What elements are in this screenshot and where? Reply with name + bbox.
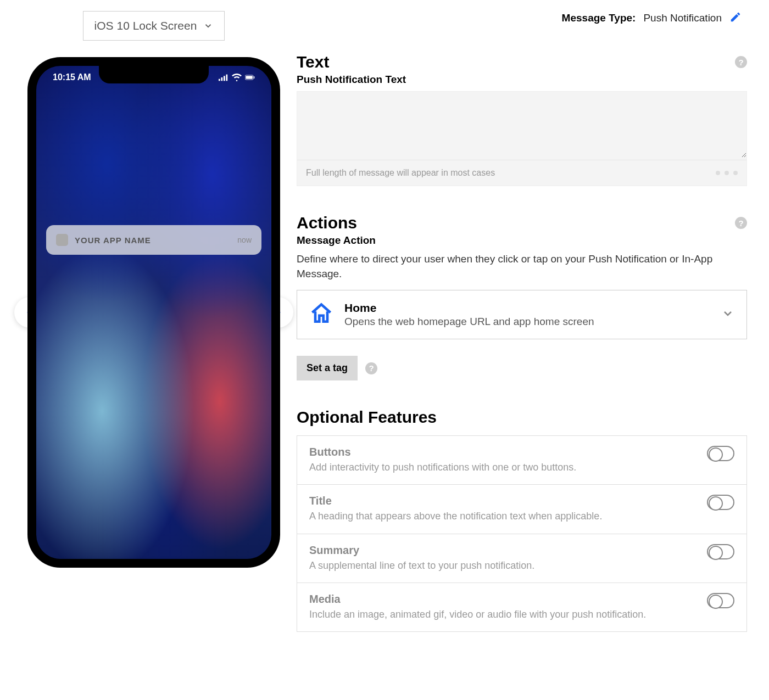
feature-title: Media — [309, 593, 698, 606]
feature-desc: Include an image, animated gif, video or… — [309, 608, 698, 621]
status-time: 10:15 AM — [53, 72, 91, 82]
push-text-subhead: Push Notification Text — [297, 74, 747, 86]
feature-desc: Add interactivity to push notifications … — [309, 461, 698, 474]
notification-app-icon — [56, 234, 68, 246]
svg-rect-0 — [219, 79, 220, 81]
chevron-down-icon — [721, 307, 734, 320]
message-action-desc: Define where to direct your user when th… — [297, 252, 747, 281]
help-set-tag[interactable]: ? — [365, 362, 377, 374]
notification-app-name: YOUR APP NAME — [75, 236, 231, 245]
footer-dots — [716, 171, 738, 175]
message-action-select[interactable]: Home Opens the web homepage URL and app … — [297, 290, 747, 339]
notification-time: now — [237, 236, 252, 244]
device-preview-select[interactable]: iOS 10 Lock Screen — [83, 11, 225, 41]
home-icon — [309, 301, 333, 326]
feature-row-summary: Summary A supplemental line of text to y… — [297, 534, 746, 583]
section-title-text: Text — [297, 53, 329, 71]
section-title-actions: Actions — [297, 214, 357, 232]
feature-row-media: Media Include an image, animated gif, vi… — [297, 583, 746, 631]
svg-rect-2 — [224, 76, 225, 81]
chevron-down-icon — [203, 21, 213, 31]
action-selected-title: Home — [344, 301, 710, 315]
feature-toggle-summary[interactable] — [707, 544, 734, 559]
signal-icon — [219, 74, 229, 81]
section-title-optional: Optional Features — [297, 408, 747, 427]
message-type-value: Push Notification — [643, 12, 722, 24]
push-notification-textarea[interactable] — [297, 92, 746, 158]
svg-rect-1 — [221, 77, 223, 81]
feature-row-title: Title A heading that appears above the n… — [297, 485, 746, 534]
device-preview-label: iOS 10 Lock Screen — [94, 19, 197, 32]
feature-desc: A supplemental line of text to your push… — [309, 559, 698, 573]
svg-rect-3 — [226, 75, 228, 81]
notification-preview: YOUR APP NAME now — [46, 225, 261, 255]
message-action-subhead: Message Action — [297, 234, 747, 247]
pencil-icon — [729, 11, 742, 23]
push-text-hint: Full length of message will appear in mo… — [306, 168, 495, 178]
set-tag-button[interactable]: Set a tag — [297, 356, 358, 380]
help-text-section[interactable]: ? — [735, 56, 747, 68]
feature-desc: A heading that appears above the notific… — [309, 509, 698, 523]
message-type-label: Message Type: — [562, 12, 636, 24]
feature-row-buttons: Buttons Add interactivity to push notifi… — [297, 436, 746, 485]
svg-rect-6 — [254, 76, 254, 79]
feature-toggle-media[interactable] — [707, 593, 734, 608]
feature-title: Summary — [309, 544, 698, 557]
svg-rect-5 — [246, 76, 252, 79]
feature-toggle-title[interactable] — [707, 495, 734, 510]
wifi-icon — [232, 74, 242, 81]
action-selected-subtitle: Opens the web homepage URL and app home … — [344, 316, 710, 328]
feature-title: Buttons — [309, 446, 698, 458]
edit-message-type-button[interactable] — [729, 11, 742, 25]
help-actions-section[interactable]: ? — [735, 217, 747, 229]
phone-mockup: 10:15 AM YOUR APP NAME now — [27, 57, 280, 568]
battery-icon — [245, 74, 255, 81]
feature-toggle-buttons[interactable] — [707, 446, 734, 461]
feature-title: Title — [309, 495, 698, 507]
